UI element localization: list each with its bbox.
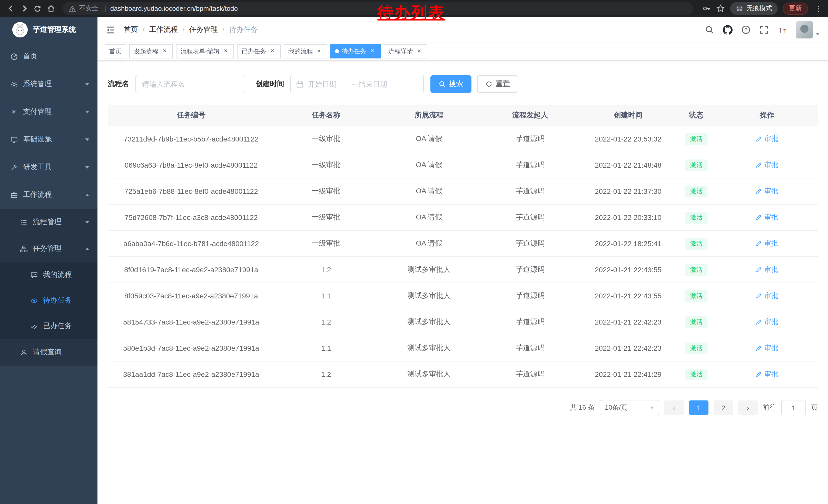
cell-status: 激活	[676, 283, 716, 309]
cell-starter: 芋道源码	[481, 335, 580, 361]
tag-label: 首页	[109, 47, 122, 56]
cell-task-id: 58154733-7ac8-11ec-a9e2-a2380e71991a	[108, 309, 275, 335]
approve-link[interactable]: 审批	[756, 317, 778, 327]
update-button[interactable]: 更新	[783, 2, 808, 15]
sidebar-item-system[interactable]: 系统管理	[0, 70, 97, 98]
breadcrumb-current: 待办任务	[229, 25, 258, 34]
sidebar-collapse-button[interactable]	[106, 25, 115, 35]
approve-link[interactable]: 审批	[756, 343, 778, 353]
tag-item[interactable]: 我的流程 ×	[284, 44, 327, 58]
cell-process: OA 请假	[378, 204, 481, 230]
close-icon[interactable]: ×	[222, 48, 229, 55]
approve-link[interactable]: 审批	[756, 187, 778, 196]
app-logo[interactable]: 芋道管理系统	[0, 17, 97, 43]
cell-task-name: 1.2	[275, 257, 377, 283]
close-icon[interactable]: ×	[369, 48, 376, 55]
browser-menu-button[interactable]: ⋮	[813, 4, 824, 13]
sidebar-item-process-management[interactable]: 流程管理	[0, 209, 97, 235]
font-size-icon[interactable]: TT	[777, 25, 787, 35]
sidebar-item-label: 请假查询	[33, 348, 61, 357]
tag-item[interactable]: 流程详情 ×	[384, 44, 427, 58]
sidebar-item-workflow[interactable]: 工作流程	[0, 181, 97, 209]
approve-link[interactable]: 审批	[756, 265, 778, 274]
start-date-input[interactable]	[307, 80, 349, 89]
tag-item[interactable]: 首页	[105, 44, 126, 58]
chat-icon	[30, 271, 38, 279]
cell-process: 测试多审批人	[378, 335, 481, 361]
approve-link[interactable]: 审批	[756, 213, 778, 222]
page-number-button[interactable]: 2	[714, 401, 733, 415]
sidebar-item-task-management[interactable]: 任务管理	[0, 235, 97, 262]
yen-icon: ¥	[10, 108, 18, 116]
sidebar-item-devtools[interactable]: 研发工具	[0, 153, 97, 181]
process-name-input[interactable]	[135, 75, 244, 93]
approve-link-label: 审批	[764, 213, 778, 222]
sidebar-item-done-tasks[interactable]: 已办任务	[0, 313, 97, 339]
approve-link[interactable]: 审批	[756, 239, 778, 248]
approve-link[interactable]: 审批	[756, 161, 778, 170]
fullscreen-icon[interactable]	[759, 25, 769, 34]
approve-link[interactable]: 审批	[756, 370, 778, 379]
chevron-down-icon	[85, 166, 89, 169]
github-icon[interactable]	[723, 25, 733, 35]
sidebar-item-label: 工作流程	[23, 190, 52, 199]
cell-task-id: 73211d9d-7b9b-11ec-b5b7-acde48001122	[108, 126, 275, 152]
warning-icon[interactable]	[69, 5, 76, 12]
user-menu[interactable]	[796, 21, 820, 39]
status-badge: 激活	[685, 133, 708, 145]
table-row: 75d72608-7b7f-11ec-a3c8-acde48001122 一级审…	[108, 204, 818, 230]
tag-item[interactable]: 已办任务 ×	[237, 44, 281, 58]
breadcrumb-task-management[interactable]: 任务管理	[189, 25, 229, 34]
status-badge: 激活	[685, 185, 708, 197]
sidebar-item-payment[interactable]: ¥ 支付管理	[0, 98, 97, 126]
key-icon[interactable]	[702, 4, 711, 13]
page-content: 流程名 创建时间 - 搜索	[97, 60, 828, 504]
sidebar-item-home[interactable]: 首页	[0, 43, 97, 70]
date-range-picker[interactable]: -	[290, 75, 424, 93]
close-icon[interactable]: ×	[269, 48, 276, 55]
column-header-task-name: 任务名称	[275, 104, 377, 126]
sidebar-item-todo-tasks[interactable]: 待办任务	[0, 288, 97, 313]
page-number-button[interactable]: 1	[689, 401, 708, 415]
tag-item[interactable]: 流程表单-编辑 ×	[176, 44, 234, 58]
sidebar-item-label: 流程管理	[33, 217, 61, 227]
filter-form: 流程名 创建时间 - 搜索	[108, 75, 818, 93]
cell-task-name: 一级审批	[275, 178, 377, 204]
page-size-value: 10条/页	[605, 403, 627, 412]
calendar-icon	[296, 80, 304, 88]
cell-created: 2022-01-22 21:48:48	[580, 152, 676, 178]
sidebar-item-my-process[interactable]: 我的流程	[0, 262, 97, 288]
next-page-button[interactable]: ›	[738, 401, 758, 415]
end-date-input[interactable]	[357, 80, 399, 89]
cell-task-name: 一级审批	[275, 204, 377, 230]
breadcrumb-home[interactable]: 首页	[124, 25, 149, 34]
sidebar-item-leave-query[interactable]: 请假查询	[0, 339, 97, 366]
bookmark-star-icon[interactable]	[716, 4, 725, 13]
close-icon[interactable]: ×	[316, 48, 323, 55]
browser-forward-button[interactable]	[17, 2, 31, 15]
tag-item[interactable]: 待办任务 ×	[330, 44, 381, 58]
prev-page-button[interactable]: ‹	[664, 401, 684, 415]
tag-item[interactable]: 发起流程 ×	[129, 44, 173, 58]
browser-refresh-button[interactable]	[31, 2, 44, 15]
close-icon[interactable]: ×	[416, 48, 423, 55]
page-size-select[interactable]: 10条/页	[600, 400, 659, 415]
close-icon[interactable]: ×	[161, 48, 168, 55]
docs-help-icon[interactable]: ?	[741, 25, 750, 34]
breadcrumb-workflow[interactable]: 工作流程	[149, 25, 189, 34]
browser-home-button[interactable]	[44, 2, 57, 15]
sidebar-item-infrastructure[interactable]: 基础设施	[0, 126, 97, 153]
reset-button[interactable]: 重置	[477, 75, 518, 93]
cell-actions: 审批	[716, 335, 818, 361]
update-label: 更新	[789, 4, 802, 13]
chevron-down-icon	[85, 138, 89, 141]
search-icon[interactable]	[705, 25, 714, 34]
browser-back-button[interactable]	[4, 2, 17, 15]
approve-link[interactable]: 审批	[756, 291, 778, 301]
goto-page-input[interactable]	[781, 400, 806, 415]
search-button[interactable]: 搜索	[430, 75, 471, 93]
cell-status: 激活	[676, 335, 716, 361]
gear-icon	[10, 80, 18, 88]
approve-link[interactable]: 审批	[756, 134, 778, 144]
cell-starter: 芋道源码	[481, 361, 580, 387]
